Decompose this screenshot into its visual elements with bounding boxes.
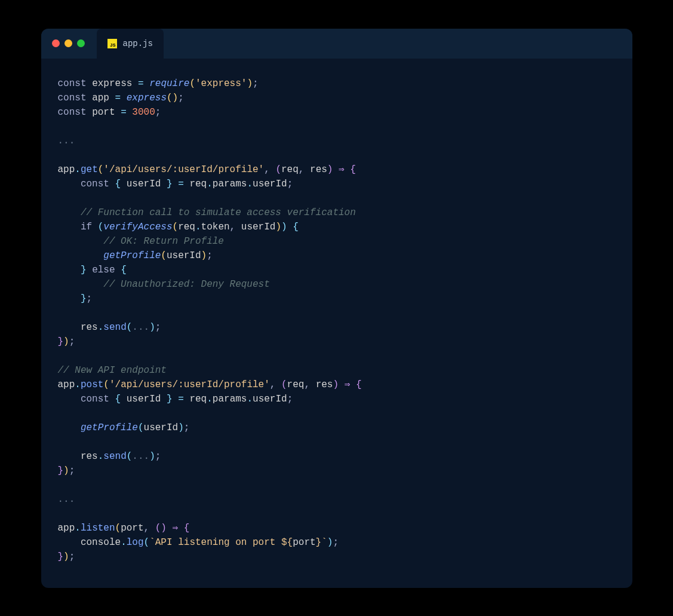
function-call: verifyAccess <box>103 222 172 232</box>
punct: ; <box>333 537 339 548</box>
keyword: else <box>92 265 115 275</box>
brace: { <box>293 222 299 232</box>
paren: ) <box>178 422 184 433</box>
dot: . <box>75 379 81 390</box>
property: token <box>201 222 230 232</box>
function-call: express <box>127 93 167 103</box>
identifier: port <box>92 107 115 118</box>
brace: } <box>167 179 173 189</box>
identifier: app <box>58 379 75 390</box>
string: '/api/users/:userId/profile' <box>109 379 270 390</box>
ellipsis: ... <box>58 136 75 146</box>
punct: ; <box>155 107 161 118</box>
function-call: getProfile <box>103 250 161 261</box>
paren: ( <box>161 250 167 261</box>
file-tab[interactable]: JS app.js <box>97 29 164 59</box>
identifier: userId <box>167 250 201 261</box>
identifier: req <box>178 222 195 232</box>
paren: ) <box>63 551 69 562</box>
identifier: userId <box>241 222 276 232</box>
identifier: req <box>189 179 207 189</box>
brace: { <box>184 523 190 534</box>
brace: } <box>167 394 173 404</box>
method: get <box>81 164 98 175</box>
punct: , <box>299 164 305 175</box>
template-string: ` <box>149 537 155 548</box>
paren: () <box>155 523 167 534</box>
dot: . <box>121 537 127 548</box>
dot: . <box>247 179 253 189</box>
punct: ; <box>69 551 75 562</box>
identifier: app <box>92 93 109 103</box>
template-expr: } <box>316 537 322 548</box>
identifier: res <box>81 451 98 462</box>
paren: ( <box>281 379 287 390</box>
param: req <box>287 379 305 390</box>
punct: ; <box>253 78 259 89</box>
operator: = <box>121 107 127 118</box>
code-editor[interactable]: const express = require('express'); cons… <box>41 59 632 588</box>
arrow: ⇒ <box>345 379 351 390</box>
paren: ) <box>247 78 253 89</box>
method: post <box>81 379 103 390</box>
brace: { <box>115 179 121 189</box>
punct: ; <box>69 336 75 347</box>
paren: ) <box>281 222 287 232</box>
paren: ( <box>98 164 104 175</box>
punct: , <box>304 379 310 390</box>
paren: ( <box>115 523 121 534</box>
operator: = <box>115 93 121 103</box>
comment: // OK: Return Profile <box>103 236 224 247</box>
paren: ( <box>144 537 150 548</box>
identifier: port <box>293 537 315 548</box>
identifier: userId <box>127 394 161 404</box>
identifier: req <box>189 394 207 404</box>
template-string: API listening on port <box>155 537 281 548</box>
param: req <box>281 164 299 175</box>
paren: ( <box>275 164 281 175</box>
keyword: const <box>58 78 87 89</box>
brace: } <box>58 465 64 476</box>
brace: } <box>81 293 87 304</box>
close-button[interactable] <box>52 39 60 47</box>
brace: } <box>58 551 64 562</box>
editor-window: JS app.js const express = require('expre… <box>41 29 632 588</box>
arrow: ⇒ <box>339 164 345 175</box>
brace: } <box>58 336 64 347</box>
tab-filename: app.js <box>123 39 153 48</box>
identifier: userId <box>144 422 179 433</box>
paren: ) <box>333 379 339 390</box>
keyword: const <box>81 394 109 404</box>
punct: ; <box>184 422 190 433</box>
method: listen <box>81 523 115 534</box>
minimize-button[interactable] <box>64 39 72 47</box>
punct: , <box>144 523 150 534</box>
punct: ; <box>178 93 184 103</box>
function-call: getProfile <box>81 422 138 433</box>
paren: ) <box>201 250 207 261</box>
ellipsis: ... <box>132 451 149 462</box>
keyword: const <box>58 107 87 118</box>
property: userId <box>253 394 287 404</box>
ellipsis: ... <box>58 494 75 505</box>
paren: ) <box>327 537 333 548</box>
ellipsis: ... <box>132 322 149 333</box>
punct: ; <box>155 322 161 333</box>
identifier: userId <box>127 179 161 189</box>
identifier: port <box>121 523 143 534</box>
function-call: require <box>149 78 189 89</box>
operator: = <box>138 78 144 89</box>
punct: ; <box>155 451 161 462</box>
template-string: ` <box>321 537 327 548</box>
property: userId <box>253 179 287 189</box>
property: params <box>213 394 247 404</box>
paren: ( <box>189 78 195 89</box>
punct: , <box>270 379 276 390</box>
punct: , <box>264 164 270 175</box>
maximize-button[interactable] <box>77 39 85 47</box>
paren: ( <box>127 451 133 462</box>
paren: ) <box>63 336 69 347</box>
param: res <box>316 379 333 390</box>
js-file-icon: JS <box>107 39 117 48</box>
paren: ( <box>98 222 104 232</box>
